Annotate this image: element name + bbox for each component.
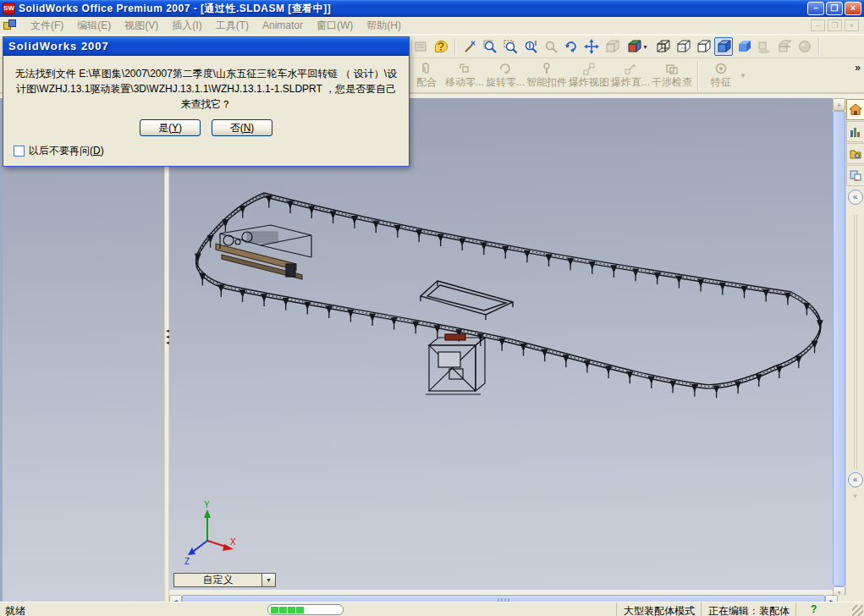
vertical-scrollbar-thumb[interactable] bbox=[833, 111, 845, 586]
menu-window[interactable]: 窗口(W) bbox=[310, 17, 360, 35]
minimize-button[interactable]: – bbox=[807, 2, 824, 15]
menu-tools[interactable]: 工具(T) bbox=[209, 17, 256, 35]
zoom-to-fit-icon[interactable] bbox=[481, 37, 499, 56]
rotate-component-button[interactable]: 旋转零... bbox=[486, 60, 525, 92]
mate-button[interactable]: 配合 bbox=[410, 60, 443, 92]
property-manager-icon[interactable] bbox=[411, 37, 430, 56]
menu-insert[interactable]: 插入(I) bbox=[165, 17, 208, 35]
triad-z-label: Z bbox=[184, 557, 190, 566]
exploded-view-button[interactable]: 爆炸视图 bbox=[569, 60, 609, 92]
task-pane-collapse-bottom-icon[interactable]: « bbox=[848, 472, 863, 487]
dont-ask-again-label: 以后不要再问(D) bbox=[29, 144, 104, 158]
task-pane-collapse-icon[interactable]: « bbox=[848, 190, 863, 205]
pan-icon[interactable] bbox=[582, 37, 601, 56]
menu-animator[interactable]: Animator bbox=[256, 18, 310, 33]
dialog-message: 无法找到文件 E:\草图集\2007\2007第二季度\山东五征三轮车水平回转链… bbox=[3, 56, 409, 112]
view-orientation-value: 自定义 bbox=[174, 574, 261, 586]
close-button[interactable]: × bbox=[845, 2, 861, 15]
yes-button[interactable]: 是(Y) bbox=[140, 119, 201, 136]
3d-drawing-view-icon[interactable] bbox=[603, 37, 621, 56]
move-component-button[interactable]: 移动零... bbox=[445, 60, 484, 92]
zoom-to-selection-icon[interactable] bbox=[542, 37, 560, 56]
smart-fasteners-button[interactable]: 智能扣件 bbox=[526, 60, 567, 92]
dialog-title[interactable]: SolidWorks 2007 bbox=[3, 37, 409, 56]
child-close-button[interactable]: × bbox=[845, 19, 859, 31]
standard-views-dropdown-icon[interactable]: ▼ bbox=[642, 44, 648, 50]
conveyor-chain-model: Y X Z bbox=[169, 98, 833, 590]
toolbar-separator bbox=[697, 62, 699, 91]
view-orientation-combo[interactable]: 自定义 ▼ bbox=[173, 573, 276, 587]
shaded-with-edges-icon[interactable] bbox=[714, 37, 733, 56]
status-ready-text: 就绪 bbox=[5, 604, 25, 616]
tab-design-library[interactable] bbox=[846, 121, 864, 142]
status-bar: 就绪 大型装配体模式 正在编辑：装配体 ? bbox=[0, 602, 864, 616]
status-help-icon[interactable]: ? bbox=[811, 603, 817, 615]
child-restore-button[interactable]: ❐ bbox=[828, 19, 842, 31]
help-icon[interactable]: ? bbox=[432, 37, 450, 56]
shadows-in-shaded-icon[interactable] bbox=[755, 37, 773, 56]
scroll-up-icon[interactable]: ▲ bbox=[833, 98, 845, 111]
menu-bar: 文件(F) 编辑(E) 视图(V) 插入(I) 工具(T) Animator 窗… bbox=[0, 17, 864, 35]
menu-help[interactable]: 帮助(H) bbox=[360, 17, 408, 35]
file-not-found-dialog: SolidWorks 2007 无法找到文件 E:\草图集\2007\2007第… bbox=[3, 36, 410, 167]
task-pane-scroll-down-icon[interactable]: ▼ bbox=[846, 492, 864, 500]
triad-y-label: Y bbox=[204, 500, 210, 509]
menu-edit[interactable]: 编辑(E) bbox=[70, 17, 118, 35]
triad-x-label: X bbox=[230, 537, 236, 547]
explode-line-sketch-button[interactable]: 爆炸直... bbox=[611, 60, 650, 92]
title-bar: SW SolidWorks Office Premium 2007 - [通过性… bbox=[0, 0, 864, 17]
assembly-document-icon[interactable] bbox=[3, 19, 17, 32]
dont-ask-again-checkbox[interactable] bbox=[14, 146, 25, 157]
task-pane-drag-handle[interactable] bbox=[854, 215, 857, 469]
menu-file[interactable]: 文件(F) bbox=[24, 17, 70, 35]
graphics-viewport[interactable]: Y X Z 自定义 ▼ bbox=[169, 98, 833, 590]
standard-views-icon[interactable]: ▼ bbox=[623, 37, 652, 56]
task-pane-strip: « « ▼ bbox=[845, 98, 864, 602]
tab-search-results[interactable] bbox=[846, 165, 864, 186]
solidworks-logo-icon: SW bbox=[3, 3, 15, 14]
restore-button[interactable]: ❐ bbox=[826, 2, 843, 15]
toolbar-separator bbox=[454, 38, 456, 55]
work-area: ◄◄◄ bbox=[0, 94, 864, 602]
zoom-to-area-icon[interactable] bbox=[501, 37, 520, 56]
zoom-in-out-icon[interactable] bbox=[521, 37, 540, 56]
status-large-assembly-mode: 大型装配体模式 bbox=[616, 602, 701, 616]
toolbar-overflow-icon[interactable]: » bbox=[855, 62, 859, 74]
window-title: SolidWorks Office Premium 2007 - [通过性.SL… bbox=[19, 2, 331, 16]
hidden-lines-visible-icon[interactable] bbox=[674, 37, 692, 56]
combo-dropdown-icon[interactable]: ▼ bbox=[261, 574, 275, 586]
progress-bar bbox=[267, 604, 344, 615]
rotate-view-icon[interactable] bbox=[562, 37, 581, 56]
wireframe-icon[interactable] bbox=[653, 37, 672, 56]
interference-detection-button[interactable]: 干涉检查 bbox=[652, 60, 692, 92]
tab-file-explorer[interactable] bbox=[846, 143, 864, 164]
tab-solidworks-resources[interactable] bbox=[846, 99, 864, 120]
hidden-lines-removed-icon[interactable] bbox=[694, 37, 713, 56]
resize-grip[interactable] bbox=[852, 605, 863, 616]
features-dropdown-icon[interactable]: ▼ bbox=[740, 72, 746, 80]
realview-sphere-icon[interactable] bbox=[795, 37, 814, 56]
section-view-icon[interactable] bbox=[775, 37, 794, 56]
toolbar-separator bbox=[818, 38, 820, 55]
child-minimize-button[interactable]: – bbox=[811, 19, 825, 31]
select-tool-icon[interactable] bbox=[460, 37, 479, 56]
vertical-scrollbar[interactable]: ▲ ▼ bbox=[833, 98, 845, 599]
menu-view[interactable]: 视图(V) bbox=[118, 17, 165, 35]
no-button[interactable]: 否(N) bbox=[212, 119, 272, 136]
feature-manager-panel[interactable] bbox=[3, 98, 164, 602]
status-editing-text: 正在编辑：装配体 bbox=[701, 602, 795, 616]
shaded-icon[interactable] bbox=[735, 37, 753, 56]
features-button[interactable]: 特征 bbox=[704, 60, 738, 92]
